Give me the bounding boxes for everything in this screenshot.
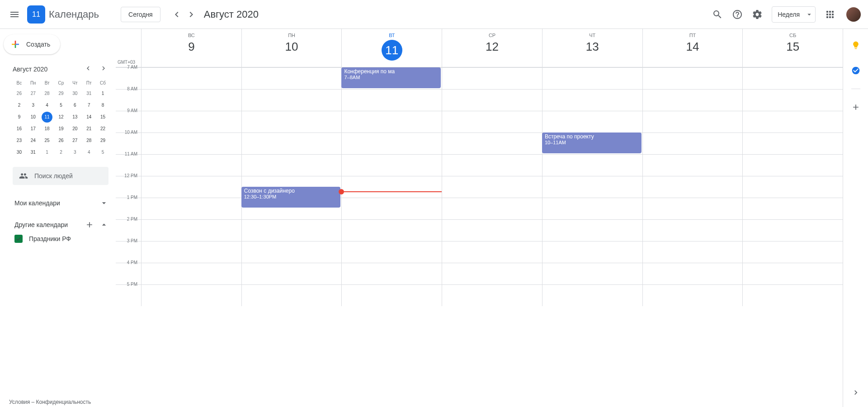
mini-cal-day[interactable]: 28 xyxy=(84,135,94,146)
mini-cal-day[interactable]: 1 xyxy=(42,147,52,158)
prev-week-button[interactable] xyxy=(170,7,184,22)
mini-cal-day[interactable]: 21 xyxy=(84,123,94,134)
mini-cal-day[interactable]: 20 xyxy=(70,123,80,134)
mini-cal-day[interactable]: 19 xyxy=(56,123,66,134)
mini-cal-day[interactable]: 5 xyxy=(56,100,66,111)
mini-cal-day[interactable]: 10 xyxy=(28,112,38,123)
mini-cal-day[interactable]: 14 xyxy=(84,112,94,123)
mini-cal-day[interactable]: 30 xyxy=(70,88,80,99)
view-selector[interactable]: Неделя xyxy=(772,6,816,23)
user-avatar[interactable] xyxy=(846,7,861,22)
calendar-item-holidays[interactable]: Праздники РФ xyxy=(14,232,108,246)
mini-cal-day[interactable]: 7 xyxy=(84,100,94,111)
mini-cal-day[interactable]: 26 xyxy=(56,135,66,146)
today-button[interactable]: Сегодня xyxy=(121,7,160,22)
mini-cal-day[interactable]: 18 xyxy=(42,123,52,134)
plus-icon[interactable] xyxy=(85,220,94,229)
mini-cal-day[interactable]: 29 xyxy=(56,88,66,99)
mini-cal-day[interactable]: 3 xyxy=(28,100,38,111)
calendar-event[interactable]: Встреча по проекту10–11AM xyxy=(542,133,642,153)
logo[interactable]: 11 Календарь xyxy=(27,5,99,24)
mini-cal-day[interactable]: 12 xyxy=(56,112,66,123)
mini-cal-day[interactable]: 2 xyxy=(56,147,66,158)
hamburger-icon xyxy=(9,9,20,20)
collapse-panel-button[interactable] xyxy=(847,383,865,402)
mini-cal-day[interactable]: 24 xyxy=(28,135,38,146)
main-menu-button[interactable] xyxy=(4,4,25,25)
mini-cal-day[interactable]: 29 xyxy=(98,135,108,146)
mini-cal-day[interactable]: 27 xyxy=(70,135,80,146)
help-icon xyxy=(732,9,743,20)
day-header[interactable]: ЧТ13 xyxy=(542,29,642,67)
sidebar: Создать Август 2020 ВсПнВтСрЧтПтСб262728… xyxy=(0,29,116,407)
help-button[interactable] xyxy=(728,5,746,24)
mini-cal-day[interactable]: 2 xyxy=(14,100,24,111)
mini-cal-day[interactable]: 27 xyxy=(28,88,38,99)
time-row[interactable]: 3 PM xyxy=(116,241,843,263)
mini-cal-day[interactable]: 3 xyxy=(70,147,80,158)
tasks-button[interactable] xyxy=(847,62,865,80)
mini-cal-day[interactable]: 13 xyxy=(70,112,80,123)
mini-cal-day[interactable]: 26 xyxy=(14,88,24,99)
search-people[interactable]: Поиск людей xyxy=(13,167,108,185)
mini-cal-day[interactable]: 25 xyxy=(42,135,52,146)
calendar-event[interactable]: Конференция по ма7–8AM xyxy=(341,67,441,88)
event-time: 10–11AM xyxy=(545,140,639,145)
mini-cal-day[interactable]: 9 xyxy=(14,112,24,123)
mini-cal-day[interactable]: 31 xyxy=(84,88,94,99)
mini-cal-day[interactable]: 6 xyxy=(70,100,80,111)
day-number: 12 xyxy=(442,40,542,54)
day-header[interactable]: ВТ11 xyxy=(341,29,442,67)
mini-cal-day[interactable]: 1 xyxy=(98,88,108,99)
event-time: 12:30–1:30PM xyxy=(244,194,338,199)
week-grid[interactable]: GMT+03 ВС9ПН10ВТ11СР12ЧТ13ПТ14СБ15 Созво… xyxy=(116,29,843,407)
day-header[interactable]: ВС9 xyxy=(141,29,241,67)
my-calendars-toggle[interactable]: Мои календари xyxy=(14,196,108,210)
mini-cal-prev[interactable] xyxy=(82,62,94,76)
mini-cal-day[interactable]: 4 xyxy=(42,100,52,111)
keep-button[interactable] xyxy=(847,36,865,54)
create-button[interactable]: Создать xyxy=(4,34,60,54)
next-week-button[interactable] xyxy=(184,7,198,22)
time-row[interactable]: 2 PM xyxy=(116,219,843,241)
calendar-checkbox[interactable] xyxy=(14,235,23,243)
mini-cal-day[interactable]: 11 xyxy=(42,112,52,123)
time-row[interactable]: 7 AM xyxy=(116,67,843,89)
mini-cal-day[interactable]: 8 xyxy=(98,100,108,111)
chevron-left-icon xyxy=(84,64,92,72)
search-button[interactable] xyxy=(708,5,726,24)
time-row[interactable]: 5 PM xyxy=(116,284,843,306)
mini-cal-day[interactable]: 28 xyxy=(42,88,52,99)
day-header[interactable]: СР12 xyxy=(442,29,542,67)
mini-cal-day[interactable]: 16 xyxy=(14,123,24,134)
footer-links[interactable]: Условия – Конфиденциальность xyxy=(9,399,91,405)
check-icon xyxy=(15,236,22,242)
add-addon-button[interactable] xyxy=(847,98,865,116)
view-label: Неделя xyxy=(778,11,800,18)
other-calendars-toggle[interactable]: Другие календари xyxy=(14,218,108,232)
mini-cal-day[interactable]: 17 xyxy=(28,123,38,134)
time-row[interactable]: 9 AM xyxy=(116,111,843,133)
apps-button[interactable] xyxy=(821,5,839,24)
mini-cal-day[interactable]: 23 xyxy=(14,135,24,146)
time-row[interactable]: 4 PM xyxy=(116,263,843,284)
time-row[interactable]: 11 AM xyxy=(116,154,843,176)
time-row[interactable]: 8 AM xyxy=(116,89,843,111)
day-number: 15 xyxy=(743,40,843,54)
time-row[interactable]: 1 PM xyxy=(116,198,843,219)
mini-cal-day[interactable]: 15 xyxy=(98,112,108,123)
mini-cal-day[interactable]: 22 xyxy=(98,123,108,134)
calendar-event[interactable]: Созвон с дизайнеро12:30–1:30PM xyxy=(241,187,341,208)
calendar-item-label: Праздники РФ xyxy=(29,235,71,242)
mini-cal-next[interactable] xyxy=(98,62,109,76)
mini-cal-day[interactable]: 31 xyxy=(28,147,38,158)
time-row[interactable]: 12 PM xyxy=(116,176,843,198)
settings-button[interactable] xyxy=(748,5,766,24)
day-header[interactable]: ПТ14 xyxy=(642,29,743,67)
time-row[interactable]: 10 AM xyxy=(116,133,843,154)
mini-cal-day[interactable]: 30 xyxy=(14,147,24,158)
mini-cal-day[interactable]: 4 xyxy=(84,147,94,158)
day-header[interactable]: ПН10 xyxy=(241,29,342,67)
mini-cal-day[interactable]: 5 xyxy=(98,147,108,158)
day-header[interactable]: СБ15 xyxy=(742,29,843,67)
